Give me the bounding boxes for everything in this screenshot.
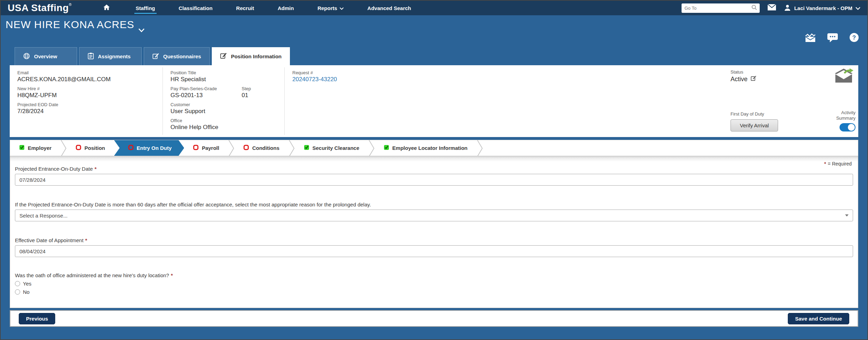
nav-item-staffing[interactable]: Staffing	[133, 1, 158, 15]
form-action-bar: Previous Save and Continue	[10, 310, 858, 327]
incomplete-checkbox-icon	[243, 145, 249, 151]
previous-button[interactable]: Previous	[19, 313, 55, 324]
search-icon[interactable]	[751, 5, 757, 11]
office-label: Office	[170, 118, 281, 123]
step-tab-employee-locator-information[interactable]: Employee Locator Information	[375, 140, 477, 156]
activity-summary-toggle[interactable]	[840, 123, 856, 131]
complete-checkbox-icon	[384, 145, 389, 151]
nav-item-reports[interactable]: Reports	[315, 1, 347, 15]
tab-overview[interactable]: Overview	[15, 47, 77, 65]
page-title[interactable]: NEW HIRE KONA ACRES	[1, 15, 144, 47]
app-logo[interactable]: USA Staffing®	[1, 2, 72, 14]
record-tabs: Overview Assignments Questionnaires Posi…	[15, 47, 867, 65]
radio-button-icon[interactable]	[15, 289, 20, 295]
svg-text:?: ?	[852, 34, 856, 41]
goto-search-input[interactable]	[684, 6, 751, 11]
radio-button-icon[interactable]	[15, 281, 20, 286]
dropdown-arrow-icon	[845, 214, 849, 216]
record-title-bar: NEW HIRE KONA ACRES ?	[1, 15, 867, 47]
new-hire-number-label: New Hire #	[17, 86, 159, 91]
new-hire-summary-panel: Email ACRES.KONA.2018@GMAIL.COM New Hire…	[10, 65, 858, 137]
incomplete-checkbox-icon	[128, 145, 134, 151]
tab-position-information[interactable]: Position Information	[212, 47, 290, 65]
step-tab-security-clearance[interactable]: Security Clearance	[295, 140, 368, 156]
tab-separator	[368, 140, 375, 156]
status-value: Active	[731, 76, 748, 83]
customer-label: Customer	[170, 102, 281, 107]
step-tab-position[interactable]: Position	[67, 140, 114, 156]
edit-square-icon	[220, 52, 227, 60]
pay-plan-label: Pay Plan-Series-Grade	[170, 86, 242, 91]
tab-separator	[60, 140, 67, 156]
status-label: Status	[731, 69, 757, 75]
oath-question-label: Was the oath of office administered at t…	[15, 272, 853, 278]
entry-on-duty-form: *= Required Projected Entrance-On-Duty D…	[10, 156, 858, 308]
required-note: *= Required	[823, 161, 852, 167]
chevron-down-icon	[856, 5, 860, 11]
required-asterisk: *	[171, 272, 173, 278]
user-menu[interactable]: Laci Vandermark - OPM	[784, 4, 860, 12]
request-number-label: Request #	[292, 70, 726, 75]
complete-checkbox-icon	[19, 145, 25, 151]
field-oath-question: Was the oath of office administered at t…	[15, 272, 853, 295]
nav-item-recruit[interactable]: Recruit	[233, 1, 257, 15]
position-info-step-tabs: Employer Position Entry On Duty Payroll …	[10, 140, 858, 156]
step-tab-conditions[interactable]: Conditions	[234, 140, 288, 156]
step-tab-entry-on-duty[interactable]: Entry On Duty	[114, 140, 184, 156]
globe-icon	[23, 53, 30, 60]
pay-plan-value: GS-0201-13	[170, 92, 242, 99]
delay-reason-select[interactable]: Select a Response...	[15, 210, 853, 221]
required-asterisk: *	[85, 237, 87, 243]
registered-mark: ®	[69, 2, 72, 7]
main-menu: Staffing Classification Recruit Admin Re…	[124, 1, 423, 15]
complete-checkbox-icon	[304, 145, 309, 151]
effective-date-label: Effective Date of Appointment*	[15, 237, 853, 243]
projected-eod-label: Projected EOD Date	[17, 102, 159, 107]
user-icon	[784, 4, 791, 12]
tab-assignments[interactable]: Assignments	[79, 47, 142, 65]
request-number-link[interactable]: 20240723-43220	[292, 76, 726, 83]
oath-option-no[interactable]: No	[15, 289, 853, 295]
tab-separator	[289, 140, 295, 156]
delay-reason-label: If the Projected Entrance-On-Duty Date i…	[15, 202, 853, 207]
verify-arrival-button[interactable]: Verify Arrival	[731, 119, 778, 131]
tab-questionnaires[interactable]: Questionnaires	[144, 47, 210, 65]
email-sent-status-icon[interactable]	[834, 68, 853, 85]
selected-option-text: Select a Response...	[19, 213, 67, 219]
home-button[interactable]	[100, 1, 114, 15]
field-delay-reason: If the Projected Entrance-On-Duty Date i…	[15, 202, 853, 221]
goto-search	[682, 3, 760, 13]
top-nav: USA Staffing® Staffing Classification Re…	[1, 1, 867, 15]
activity-summary-label: Activity Summary	[825, 110, 856, 121]
clipboard-icon	[88, 52, 94, 60]
field-projected-entrance-on-duty-date: Projected Entrance-On-Duty Date*	[15, 166, 853, 186]
oath-option-yes[interactable]: Yes	[15, 281, 853, 287]
help-icon[interactable]: ?	[849, 33, 859, 44]
chevron-down-icon	[340, 5, 344, 11]
step-tab-employer[interactable]: Employer	[10, 140, 60, 156]
position-title-value: HR Specialist	[170, 76, 281, 83]
save-and-continue-button[interactable]: Save and Continue	[788, 313, 849, 324]
required-asterisk: *	[94, 166, 97, 172]
projected-eod-date-input[interactable]	[15, 174, 853, 186]
step-value: 01	[242, 92, 251, 99]
step-tab-payroll[interactable]: Payroll	[184, 140, 228, 156]
chevron-down-icon	[139, 23, 144, 35]
mail-icon[interactable]	[767, 4, 776, 12]
field-effective-date-of-appointment: Effective Date of Appointment*	[15, 237, 853, 257]
edit-status-icon[interactable]	[751, 75, 757, 83]
tab-separator	[477, 140, 483, 156]
incomplete-checkbox-icon	[193, 145, 199, 151]
effective-date-input[interactable]	[15, 245, 853, 257]
nav-item-advanced-search[interactable]: Advanced Search	[365, 1, 414, 15]
notification-email-icon[interactable]	[805, 33, 816, 44]
email-label: Email	[17, 70, 159, 75]
toggle-knob	[848, 124, 855, 131]
nav-item-admin[interactable]: Admin	[275, 1, 297, 15]
brand-text: USA Staffing	[8, 2, 69, 13]
usa-staffing-app: USA Staffing® Staffing Classification Re…	[0, 0, 868, 340]
position-title-label: Position Title	[170, 70, 281, 75]
nav-item-classification[interactable]: Classification	[176, 1, 216, 15]
tab-separator	[228, 140, 234, 156]
chat-icon[interactable]	[827, 33, 838, 44]
